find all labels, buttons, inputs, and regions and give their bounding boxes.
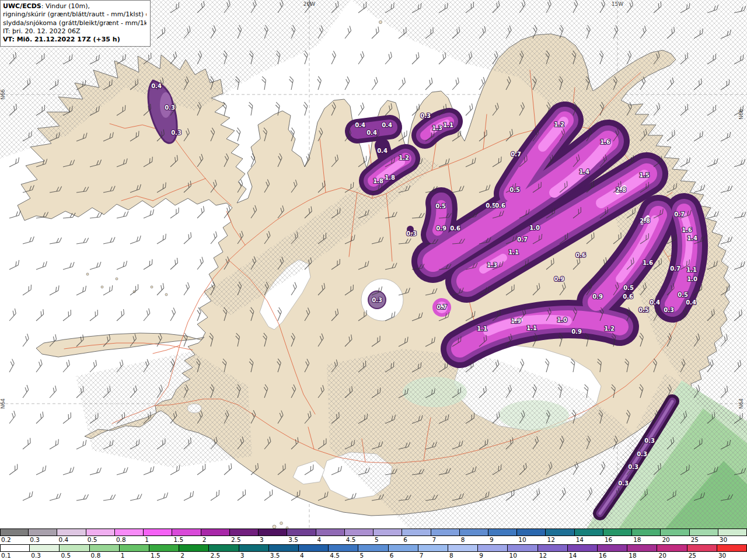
legend: 0.20.30.40.50.811.522.533.544.5567891012… xyxy=(0,528,747,560)
precip-value-label: 1.2 xyxy=(399,155,409,161)
precip-value-label: 0.6 xyxy=(450,225,460,232)
scale-value: 14 xyxy=(568,552,598,560)
scale-cell: 3 xyxy=(259,528,287,544)
precip-value-label: 2.8 xyxy=(616,187,626,193)
precip-value-label: 0.7 xyxy=(517,236,528,243)
lon-label-20w: 20W xyxy=(303,1,315,7)
scale-color-swatch xyxy=(179,544,209,552)
precip-value-label: 0.4 xyxy=(366,130,377,136)
scale-color-swatch xyxy=(57,528,86,536)
precip-value-label: 0.4 xyxy=(151,83,162,89)
scale-value: 1 xyxy=(120,552,149,560)
scale-color-swatch xyxy=(201,528,230,536)
legend-desc-snow: slydda/snjókoma (grátt/bleikt/grænt - mm… xyxy=(3,19,146,27)
scale-cell: 18 xyxy=(627,544,657,560)
scale-color-swatch xyxy=(575,528,603,536)
precip-value-label: 0.3 xyxy=(637,451,647,457)
scale-color-swatch xyxy=(402,528,431,536)
scale-value: 0.1 xyxy=(0,552,30,560)
scale-cell: 3.5 xyxy=(287,528,316,544)
scale-value: 0.5 xyxy=(86,536,115,544)
scale-cell: 20 xyxy=(657,544,687,560)
scale-value: 16 xyxy=(603,536,632,544)
product-name: UWC/ECDS xyxy=(3,2,41,10)
precip-value-label: 1.3 xyxy=(432,125,442,131)
scale-cell: 0.3 xyxy=(30,544,60,560)
scale-value: 30 xyxy=(717,552,747,560)
precip-value-label: 1.4 xyxy=(687,235,697,242)
scale-cell: 30 xyxy=(718,528,747,544)
product-subtitle: : Vindur (10m), xyxy=(41,2,90,10)
precip-value-label: 0.7 xyxy=(674,211,685,218)
scale-value: 0.3 xyxy=(29,536,57,544)
scale-value: 25 xyxy=(687,552,717,560)
precip-value-label: 2.8 xyxy=(640,218,650,224)
scale-value: 5 xyxy=(374,536,402,544)
legend-desc-rain: rigning/skúrir (grænt/blátt/rautt - mm/1… xyxy=(3,10,146,19)
precip-value-label: 1.2 xyxy=(554,121,564,128)
scale-color-swatch xyxy=(60,544,89,552)
scale-color-swatch xyxy=(86,528,115,536)
scale-color-swatch xyxy=(568,544,598,552)
init-time: IT: þri. 20. 12. 2022 06Z xyxy=(3,27,146,36)
precip-value-label: 1.3 xyxy=(487,262,497,268)
scale-cell: 6 xyxy=(389,544,418,560)
precip-value-label: 0.3 xyxy=(628,464,638,470)
precip-value-label: 1.1 xyxy=(443,122,453,128)
scale-color-swatch xyxy=(120,544,149,552)
precip-value-label: 0.3 xyxy=(664,307,674,313)
precip-value-label: 0.9 xyxy=(554,276,564,282)
precip-value-label: 0.6 xyxy=(623,293,633,300)
precip-value-label: 1.1 xyxy=(526,325,537,331)
scale-color-swatch xyxy=(431,528,460,536)
scale-cell: 4.5 xyxy=(329,544,358,560)
scale-value: 9 xyxy=(488,536,517,544)
scale-value: 2 xyxy=(179,552,209,560)
scale-cell: 25 xyxy=(690,528,718,544)
scale-cell: 0.2 xyxy=(0,528,29,544)
scale-cell: 16 xyxy=(603,528,632,544)
precip-value-label: 0.9 xyxy=(592,293,603,300)
scale-cell: 0.1 xyxy=(0,544,30,560)
scale-value: 0.5 xyxy=(60,552,89,560)
scale-value: 1.5 xyxy=(172,536,201,544)
scale-value: 5 xyxy=(358,552,388,560)
scale-color-swatch xyxy=(460,528,488,536)
scale-color-swatch xyxy=(209,544,239,552)
scale-color-swatch xyxy=(517,528,546,536)
scale-color-swatch xyxy=(287,528,316,536)
precip-value-label: 0.4 xyxy=(382,122,392,128)
scale-value: 1.5 xyxy=(149,552,179,560)
scale-value: 10 xyxy=(517,536,546,544)
scale-value: 18 xyxy=(632,536,661,544)
scale-color-swatch xyxy=(29,528,57,536)
scale-cell: 4 xyxy=(299,544,329,560)
precip-value-label: 0.3 xyxy=(165,104,175,111)
scale-cell: 1 xyxy=(120,544,149,560)
scale-color-swatch xyxy=(149,544,179,552)
scale-color-swatch xyxy=(687,544,717,552)
precip-value-label: 0.7 xyxy=(670,265,680,272)
scale-color-swatch xyxy=(0,544,30,552)
rain-scale-bar: 0.10.30.50.811.522.533.544.5567891012141… xyxy=(0,544,747,560)
scale-value: 4.5 xyxy=(345,536,374,544)
precip-value-label: 0.5 xyxy=(509,187,520,193)
precip-value-label: 1.8 xyxy=(373,178,383,184)
precip-value-label: 0.5 xyxy=(435,203,446,209)
precip-value-label: 1.0 xyxy=(557,317,567,323)
precip-value-label: 0.5 xyxy=(623,285,634,291)
scale-color-swatch xyxy=(345,528,374,536)
scale-value: 9 xyxy=(478,552,508,560)
scale-color-swatch xyxy=(632,528,661,536)
scale-value: 10 xyxy=(508,552,537,560)
scale-cell: 16 xyxy=(598,544,627,560)
scale-cell: 10 xyxy=(508,544,537,560)
precip-value-label: 0.9 xyxy=(436,225,446,232)
precip-value-label: 0.5 xyxy=(638,307,649,313)
scale-color-swatch xyxy=(717,544,747,552)
scale-color-swatch xyxy=(546,528,574,536)
precip-value-label: 1.6 xyxy=(643,260,653,266)
precip-value-label: 0.4 xyxy=(377,148,388,154)
scale-color-swatch xyxy=(718,528,747,536)
scale-value: 8 xyxy=(448,552,478,560)
